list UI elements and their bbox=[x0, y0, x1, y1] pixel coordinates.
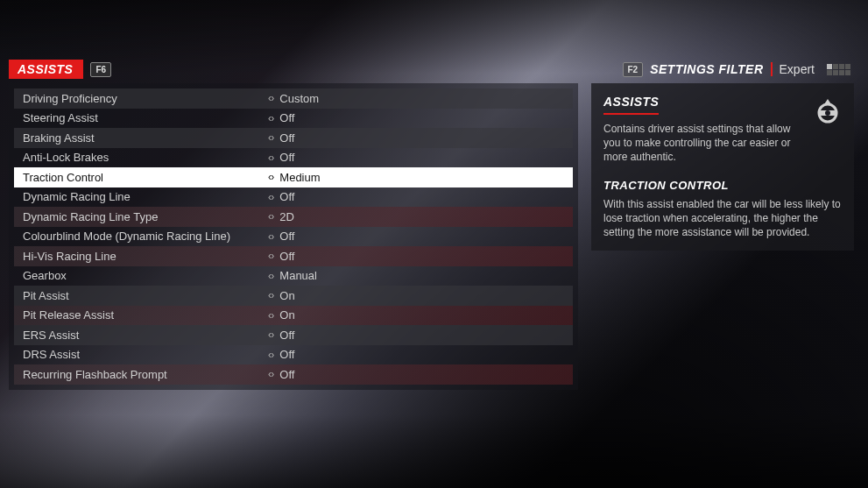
setting-label: Braking Assist bbox=[14, 131, 268, 145]
settings-row[interactable]: Traction Control‹ ›Medium bbox=[14, 167, 573, 187]
settings-row[interactable]: Anti-Lock Brakes‹ ›Off bbox=[14, 148, 573, 168]
left-right-arrows-icon[interactable]: ‹ › bbox=[268, 210, 272, 223]
info-subhead: TRACTION CONTROL bbox=[603, 178, 842, 194]
left-right-arrows-icon[interactable]: ‹ › bbox=[268, 131, 272, 144]
left-right-arrows-icon[interactable]: ‹ › bbox=[268, 329, 272, 341]
setting-value[interactable]: Off bbox=[279, 111, 294, 124]
settings-row[interactable]: DRS Assist‹ ›Off bbox=[14, 345, 573, 365]
filter-key-hint: F2 bbox=[623, 62, 644, 77]
left-right-arrows-icon[interactable]: ‹ › bbox=[268, 112, 272, 124]
title-key-hint: F6 bbox=[90, 62, 111, 77]
settings-row[interactable]: Pit Release Assist‹ ›On bbox=[14, 306, 573, 326]
settings-row[interactable]: Recurring Flashback Prompt‹ ›Off bbox=[14, 364, 573, 385]
left-right-arrows-icon[interactable]: ‹ › bbox=[268, 171, 272, 183]
steering-wheel-icon bbox=[812, 94, 843, 129]
setting-value[interactable]: Off bbox=[279, 329, 294, 342]
left-right-arrows-icon[interactable]: ‹ › bbox=[268, 230, 272, 243]
info-description: Contains driver assist settings that all… bbox=[603, 122, 842, 165]
left-right-arrows-icon[interactable]: ‹ › bbox=[268, 250, 272, 262]
left-right-arrows-icon[interactable]: ‹ › bbox=[268, 92, 272, 104]
setting-value[interactable]: Custom bbox=[279, 92, 319, 105]
settings-row[interactable]: Gearbox‹ ›Manual bbox=[14, 266, 573, 286]
svg-point-2 bbox=[825, 110, 830, 116]
grid-view-icon[interactable] bbox=[827, 64, 850, 75]
left-right-arrows-icon[interactable]: ‹ › bbox=[268, 191, 272, 203]
settings-filter-label: SETTINGS FILTER bbox=[650, 62, 763, 76]
settings-row[interactable]: Dynamic Racing Line Type‹ ›2D bbox=[14, 207, 573, 227]
settings-filter-value[interactable]: Expert bbox=[780, 62, 815, 76]
settings-row[interactable]: Hi-Vis Racing Line‹ ›Off bbox=[14, 246, 573, 266]
setting-label: Traction Control bbox=[14, 171, 268, 184]
settings-row[interactable]: Steering Assist‹ ›Off bbox=[14, 109, 573, 129]
info-panel: ASSISTS Contains driver assist settings … bbox=[591, 83, 854, 251]
setting-label: Dynamic Racing Line bbox=[14, 190, 268, 203]
info-title: ASSISTS bbox=[603, 94, 659, 115]
top-bar: ASSISTS F6 F2 SETTINGS FILTER Expert bbox=[0, 0, 868, 83]
setting-label: Steering Assist bbox=[14, 111, 268, 124]
setting-value[interactable]: Off bbox=[279, 190, 294, 203]
setting-value[interactable]: Off bbox=[279, 348, 294, 361]
setting-value[interactable]: On bbox=[279, 289, 294, 302]
page-title: ASSISTS bbox=[9, 60, 83, 79]
setting-label: Gearbox bbox=[14, 269, 268, 282]
settings-row[interactable]: Braking Assist‹ ›Off bbox=[14, 128, 573, 148]
setting-value[interactable]: Off bbox=[279, 250, 294, 263]
left-right-arrows-icon[interactable]: ‹ › bbox=[268, 349, 272, 361]
left-right-arrows-icon[interactable]: ‹ › bbox=[268, 309, 272, 322]
divider bbox=[771, 62, 773, 76]
settings-row[interactable]: Dynamic Racing Line‹ ›Off bbox=[14, 187, 573, 208]
setting-value[interactable]: Manual bbox=[279, 269, 317, 282]
settings-row[interactable]: Pit Assist‹ ›On bbox=[14, 286, 573, 306]
setting-label: Pit Release Assist bbox=[14, 308, 268, 322]
setting-label: Recurring Flashback Prompt bbox=[14, 368, 268, 381]
info-subdescription: With this assist enabled the car will be… bbox=[603, 197, 842, 240]
setting-value[interactable]: 2D bbox=[279, 210, 294, 223]
left-right-arrows-icon[interactable]: ‹ › bbox=[268, 152, 272, 164]
settings-row[interactable]: Driving Proficiency‹ ›Custom bbox=[14, 88, 573, 109]
setting-label: Dynamic Racing Line Type bbox=[14, 210, 268, 223]
setting-label: Driving Proficiency bbox=[14, 92, 268, 105]
settings-list: Driving Proficiency‹ ›CustomSteering Ass… bbox=[9, 83, 578, 390]
setting-value[interactable]: Off bbox=[279, 230, 294, 243]
setting-value[interactable]: On bbox=[279, 308, 294, 322]
setting-label: Pit Assist bbox=[14, 289, 268, 302]
setting-value[interactable]: Off bbox=[279, 368, 294, 381]
setting-label: Colourblind Mode (Dynamic Racing Line) bbox=[14, 230, 268, 243]
left-right-arrows-icon[interactable]: ‹ › bbox=[268, 289, 272, 301]
setting-value[interactable]: Medium bbox=[279, 171, 320, 184]
setting-value[interactable]: Off bbox=[279, 151, 294, 164]
setting-label: Hi-Vis Racing Line bbox=[14, 250, 268, 263]
setting-value[interactable]: Off bbox=[279, 131, 294, 145]
settings-row[interactable]: ERS Assist‹ ›Off bbox=[14, 325, 573, 345]
settings-row[interactable]: Colourblind Mode (Dynamic Racing Line)‹ … bbox=[14, 227, 573, 247]
setting-label: ERS Assist bbox=[14, 329, 268, 342]
setting-label: Anti-Lock Brakes bbox=[14, 151, 268, 164]
left-right-arrows-icon[interactable]: ‹ › bbox=[268, 368, 272, 380]
left-right-arrows-icon[interactable]: ‹ › bbox=[268, 270, 272, 282]
setting-label: DRS Assist bbox=[14, 348, 268, 361]
